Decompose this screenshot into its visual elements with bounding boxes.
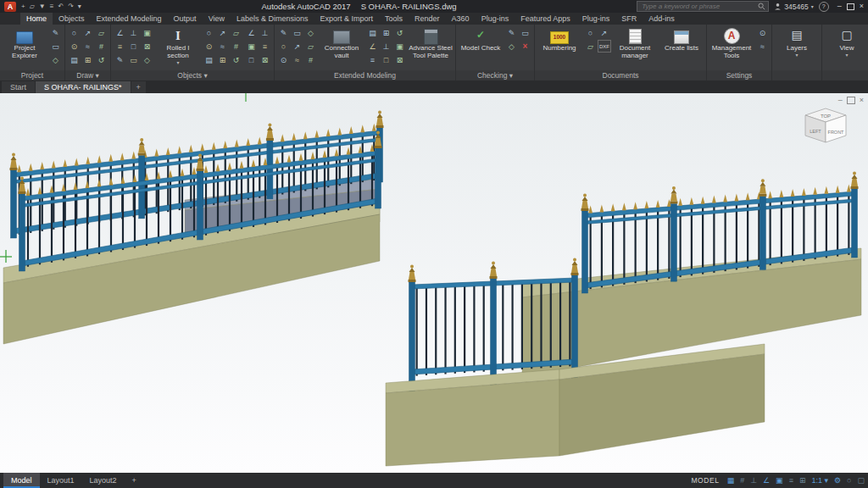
new-layout-button[interactable]: + [125,473,144,488]
workspace-caret-icon[interactable]: ▾ [78,3,81,10]
ribbon-tab-objects[interactable]: Objects [53,13,91,25]
tool-icon[interactable]: ⊠ [141,40,153,53]
ribbon-tab-labels-dimensions[interactable]: Labels & Dimensions [231,13,314,25]
tool-icon[interactable]: ⊞ [81,53,94,66]
tool-icon[interactable]: ⊠ [259,53,271,66]
search-box[interactable] [637,1,769,12]
panel-label-draw[interactable]: Draw ▾ [65,70,110,80]
tool-icon[interactable]: ▱ [304,40,317,53]
dynamic-ucs-icon[interactable]: ⊞ [799,477,806,485]
layout-tab-layout1[interactable]: Layout1 [40,473,82,488]
ribbon-tab-export-import[interactable]: Export & Import [314,13,380,25]
tool-icon[interactable]: ⊞ [380,26,392,39]
tool-icon[interactable]: ∠ [245,26,258,39]
document-manager-button[interactable]: Document manager [613,26,657,60]
model-space-label[interactable]: MODEL [691,476,719,485]
isolate-objects-icon[interactable]: ○ [847,477,851,485]
polar-tracking-icon[interactable]: ∠ [763,477,770,485]
grid-icon[interactable]: ▦ [727,477,735,485]
chevron-down-icon[interactable]: ▾ [811,4,814,9]
tool-icon[interactable]: □ [380,53,392,66]
tool-icon[interactable]: ▱ [584,40,597,53]
tool-icon[interactable]: ≡ [114,40,126,53]
panel-label-checking[interactable]: Checking ▾ [456,70,534,80]
clean-screen-icon[interactable]: ▢ [857,477,865,485]
tool-icon[interactable]: ≈ [756,40,769,53]
ribbon-tab-sfr[interactable]: SFR [615,13,643,25]
workspace-gear-icon[interactable]: ⚙ [834,477,841,485]
tool-icon[interactable]: ✎ [277,26,290,39]
dxf-export-icon[interactable]: DXF [598,40,611,53]
tool-icon[interactable]: ≡ [259,40,271,53]
tool-icon[interactable]: ⊠ [393,53,406,66]
rolled-i-section-button[interactable]: I Rolled I section ▾ [156,26,200,65]
tool-icon[interactable]: ⊙ [203,40,215,53]
tool-icon[interactable]: ≈ [81,40,94,53]
model-check-button[interactable]: ✓ Model Check [459,26,503,53]
management-tools-button[interactable]: A Management Tools [709,26,754,60]
ribbon-tab-plug-ins[interactable]: Plug-ins [476,13,515,25]
tool-icon[interactable]: ◇ [505,40,518,53]
layers-button[interactable]: ▤ Layers ▾ [775,26,819,58]
tool-icon[interactable]: ↗ [598,26,610,39]
tool-icon[interactable]: ✎ [505,26,518,39]
tool-icon[interactable]: ▭ [519,26,531,39]
panel-label-documents[interactable]: Documents [535,70,706,80]
tool-icon[interactable]: ↺ [393,26,406,39]
tool-icon[interactable]: ▣ [393,40,406,53]
autocad-logo[interactable]: A [4,2,16,12]
tool-icon[interactable]: # [230,40,242,53]
ribbon-tab-plug-ins[interactable]: Plug-ins [576,13,616,25]
new-drawing-tab-button[interactable]: + [131,81,146,93]
project-explorer-button[interactable]: Project Explorer [3,26,47,60]
tool-icon[interactable]: ⊥ [259,26,271,39]
viewport-restore-button[interactable] [847,97,855,104]
tool-icon[interactable]: ↺ [230,53,242,66]
viewport-close-button[interactable]: × [860,96,864,104]
tool-icon[interactable]: ○ [68,26,81,39]
restore-button[interactable] [847,3,854,10]
tool-icon[interactable]: ◇ [304,26,317,39]
ribbon-tab-add-ins[interactable]: Add-ins [643,13,681,25]
signin-account[interactable]: 345465 ▾ [774,3,813,11]
tool-icon[interactable]: ↗ [81,26,94,39]
tool-icon[interactable]: ⊥ [127,26,140,39]
tool-icon[interactable]: □ [127,40,140,53]
redo-icon[interactable]: ↷ [68,3,74,10]
tool-icon[interactable]: ◇ [49,53,62,66]
viewcube-top-label[interactable]: TOP [821,114,831,119]
tool-icon[interactable]: ↺ [95,53,108,66]
3d-model-railings[interactable]: TOP LEFT FRONT [0,93,868,473]
tool-icon[interactable]: ⊙ [68,40,81,53]
tool-icon[interactable]: ▱ [95,26,108,39]
tool-icon[interactable]: ▣ [245,40,258,53]
minimize-button[interactable]: – [837,3,842,10]
ribbon-tab-a360[interactable]: A360 [446,13,476,25]
annotation-scale[interactable]: 1:1 ▾ [811,477,828,485]
print-icon[interactable]: ≡ [50,3,54,10]
ribbon-tab-home[interactable]: Home [20,13,53,25]
tool-icon[interactable]: ↗ [291,40,303,53]
undo-icon[interactable]: ↶ [58,3,64,10]
panel-label-objects[interactable]: Objects ▾ [111,70,274,80]
file-tab-start[interactable]: Start [2,81,35,93]
save-icon[interactable]: ▼ [39,3,46,10]
tool-icon[interactable]: ∠ [366,40,379,53]
file-tab-s-ohara-railings[interactable]: S OHARA- RAILINGS* [36,81,131,93]
ribbon-tab-tools[interactable]: Tools [379,13,409,25]
tool-icon[interactable]: ↗ [216,26,229,39]
tool-icon[interactable]: ⊙ [756,26,769,39]
tool-icon[interactable]: ▤ [68,53,81,66]
panel-label-extended-modeling[interactable]: Extended Modeling [275,70,455,80]
help-icon[interactable]: ? [819,2,829,12]
panel-label-settings[interactable]: Settings [707,70,771,80]
advance-steel-tool-palette-button[interactable]: Advance Steel Tool Palette [409,26,453,60]
tool-icon[interactable]: ○ [277,40,290,53]
tool-icon[interactable]: ⊥ [380,40,392,53]
layout-tab-layout2[interactable]: Layout2 [82,473,125,488]
tool-icon[interactable]: ⊞ [216,53,229,66]
clash-error-icon[interactable]: × [519,40,531,53]
tool-icon[interactable]: ✎ [114,53,126,66]
tool-icon[interactable]: ▤ [366,26,379,39]
tool-icon[interactable]: □ [245,53,258,66]
